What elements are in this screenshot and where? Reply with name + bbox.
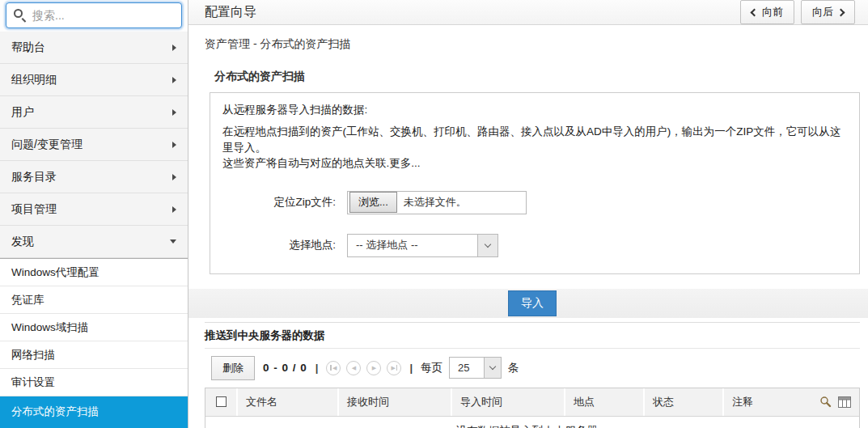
sidebar-item-label: 问题/变更管理 bbox=[11, 138, 172, 152]
column-header-filename[interactable]: 文件名 bbox=[238, 388, 339, 416]
sidebar-item-discovery[interactable]: 发现 bbox=[0, 226, 188, 258]
chevron-right-icon bbox=[172, 77, 176, 83]
column-header-import-time[interactable]: 导入时间 bbox=[452, 388, 565, 416]
table-empty-message: 没有数据被导入到中央服务器。 bbox=[205, 417, 859, 428]
sidebar-item-label: 审计设置 bbox=[11, 375, 55, 390]
sidebar-item-windows-domain-scan[interactable]: Windows域扫描 bbox=[0, 314, 188, 341]
sidebar-item-problem-change[interactable]: 问题/变更管理 bbox=[0, 129, 188, 161]
site-label: 选择地点: bbox=[222, 238, 336, 252]
toolbar-divider: | bbox=[315, 362, 319, 374]
site-row: 选择地点: -- 选择地点 -- bbox=[222, 234, 847, 257]
chevron-right-icon bbox=[172, 109, 176, 116]
next-button[interactable]: 向后 bbox=[801, 0, 855, 24]
delete-button[interactable]: 删除 bbox=[211, 356, 255, 380]
import-button-bar: 导入 bbox=[188, 289, 868, 318]
sidebar-search-area bbox=[0, 0, 188, 32]
chevron-down-icon bbox=[485, 240, 491, 247]
search-input[interactable] bbox=[6, 2, 182, 28]
sidebar-item-users[interactable]: 用户 bbox=[0, 96, 188, 129]
sidebar-item-label: 凭证库 bbox=[11, 293, 44, 307]
pager: ◀ ◀ ▶ ▶ bbox=[326, 361, 401, 375]
previous-button-label: 向前 bbox=[762, 5, 783, 19]
breadcrumb: 资产管理 - 分布式的资产扫描 bbox=[205, 37, 860, 52]
column-header-received-time[interactable]: 接收时间 bbox=[339, 388, 452, 416]
zip-file-row: 定位Zip文件: 浏览... 未选择文件。 bbox=[222, 191, 847, 214]
sidebar-item-label: 帮助台 bbox=[11, 40, 172, 55]
toolbar-divider: | bbox=[409, 362, 413, 374]
sidebar-item-org-details[interactable]: 组织明细 bbox=[0, 64, 188, 96]
main-content: 资产管理 - 分布式的资产扫描 分布式的资产扫描 从远程服务器导入扫描的数据: … bbox=[188, 25, 868, 428]
app-window: 帮助台 组织明细 用户 问题/变更管理 服务目录 项目管理 发现 bbox=[0, 0, 868, 428]
chevron-right-icon bbox=[172, 44, 176, 51]
chevron-down-icon bbox=[489, 363, 496, 370]
last-page-icon[interactable]: ▶ bbox=[387, 361, 401, 375]
sidebar-item-label: 项目管理 bbox=[11, 202, 172, 217]
wizard-header: 配置向导 向前 向后 bbox=[188, 0, 868, 25]
pagination-range: 0 - 0 / 0 bbox=[263, 362, 307, 374]
sidebar-item-helpdesk[interactable]: 帮助台 bbox=[0, 32, 188, 64]
sidebar-item-project-mgmt[interactable]: 项目管理 bbox=[0, 193, 188, 226]
table-toolbar: 删除 0 - 0 / 0 | ◀ ◀ ▶ ▶ | 每页 25 bbox=[205, 349, 860, 388]
chevron-down-icon bbox=[170, 239, 176, 244]
per-page-control: 每页 25 条 bbox=[421, 357, 519, 379]
sidebar-item-label: 分布式的资产扫描 bbox=[11, 405, 99, 419]
sidebar-item-label: Windows域扫描 bbox=[11, 320, 88, 335]
column-header-status[interactable]: 状态 bbox=[645, 388, 724, 416]
sidebar-item-label: 服务目录 bbox=[11, 170, 172, 184]
per-page-value: 25 bbox=[450, 358, 484, 378]
chevron-right-icon bbox=[837, 8, 845, 16]
sidebar-item-credential-library[interactable]: 凭证库 bbox=[0, 286, 188, 314]
table-header-row: 文件名 接收时间 导入时间 地点 状态 注释 bbox=[205, 388, 859, 417]
select-arrow-box[interactable] bbox=[484, 358, 501, 378]
previous-page-icon[interactable]: ◀ bbox=[346, 361, 361, 375]
sidebar-item-label: 组织明细 bbox=[11, 73, 172, 87]
chevron-right-icon bbox=[172, 206, 176, 213]
pushed-data-section-title: 推送到中央服务器的数据 bbox=[205, 322, 860, 349]
import-form-panel: 从远程服务器导入扫描的数据: 在远程地点扫描到的资产(工作站、交换机、打印机、路… bbox=[210, 92, 860, 274]
table-header-icons bbox=[819, 396, 851, 408]
site-select-value: -- 选择地点 -- bbox=[348, 235, 477, 256]
chevron-right-icon bbox=[172, 142, 176, 148]
column-chooser-icon[interactable] bbox=[838, 396, 851, 408]
column-header-site[interactable]: 地点 bbox=[565, 388, 645, 416]
previous-button[interactable]: 向前 bbox=[740, 0, 794, 24]
per-page-label: 每页 bbox=[421, 361, 442, 375]
sidebar-item-label: Windows代理配置 bbox=[11, 265, 100, 280]
next-button-label: 向后 bbox=[812, 5, 833, 19]
sidebar-item-audit-settings[interactable]: 审计设置 bbox=[0, 369, 188, 396]
site-select[interactable]: -- 选择地点 -- bbox=[347, 234, 498, 257]
browse-button[interactable]: 浏览... bbox=[349, 192, 397, 213]
section-title: 分布式的资产扫描 bbox=[214, 70, 860, 84]
select-all-cell bbox=[205, 388, 238, 416]
no-file-selected-text: 未选择文件。 bbox=[404, 195, 467, 210]
sidebar-item-label: 发现 bbox=[11, 235, 170, 249]
first-page-icon[interactable]: ◀ bbox=[326, 361, 341, 375]
select-arrow-box[interactable] bbox=[477, 235, 498, 256]
intro-text-line1: 在远程地点扫描到的资产(工作站、交换机、打印机、路由器、接入点以及从AD中导入的… bbox=[222, 124, 847, 155]
import-button[interactable]: 导入 bbox=[508, 290, 557, 316]
select-all-checkbox[interactable] bbox=[216, 396, 227, 407]
discovery-submenu: Windows代理配置 凭证库 Windows域扫描 网络扫描 审计设置 分布式… bbox=[0, 258, 188, 428]
zip-file-label: 定位Zip文件: bbox=[222, 195, 336, 210]
column-header-comment[interactable]: 注释 bbox=[724, 388, 859, 416]
next-page-icon[interactable]: ▶ bbox=[366, 361, 381, 375]
column-header-comment-label: 注释 bbox=[732, 395, 753, 409]
sidebar: 帮助台 组织明细 用户 问题/变更管理 服务目录 项目管理 发现 bbox=[0, 0, 188, 428]
page-title: 配置向导 bbox=[205, 4, 734, 21]
chevron-left-icon bbox=[751, 8, 759, 16]
column-search-icon[interactable] bbox=[819, 396, 832, 408]
sidebar-item-distributed-asset-scan[interactable]: 分布式的资产扫描 bbox=[0, 396, 188, 428]
intro-heading: 从远程服务器导入扫描的数据: bbox=[222, 103, 847, 117]
zip-file-input[interactable]: 浏览... 未选择文件。 bbox=[347, 191, 527, 214]
per-page-unit: 条 bbox=[508, 361, 519, 375]
main-area: 配置向导 向前 向后 资产管理 - 分布式的资产扫描 分布式的资产扫描 从远程服… bbox=[188, 0, 868, 428]
sidebar-item-windows-agent-config[interactable]: Windows代理配置 bbox=[0, 259, 188, 286]
pushed-data-table: 文件名 接收时间 导入时间 地点 状态 注释 bbox=[205, 388, 860, 428]
chevron-right-icon bbox=[172, 174, 176, 180]
sidebar-item-network-scan[interactable]: 网络扫描 bbox=[0, 341, 188, 369]
sidebar-item-service-catalog[interactable]: 服务目录 bbox=[0, 161, 188, 193]
sidebar-item-label: 用户 bbox=[11, 105, 172, 120]
search-icon bbox=[14, 9, 23, 18]
intro-text-line2: 这些资产将自动与对应的地点关联.更多... bbox=[222, 155, 847, 172]
per-page-select[interactable]: 25 bbox=[449, 357, 502, 379]
